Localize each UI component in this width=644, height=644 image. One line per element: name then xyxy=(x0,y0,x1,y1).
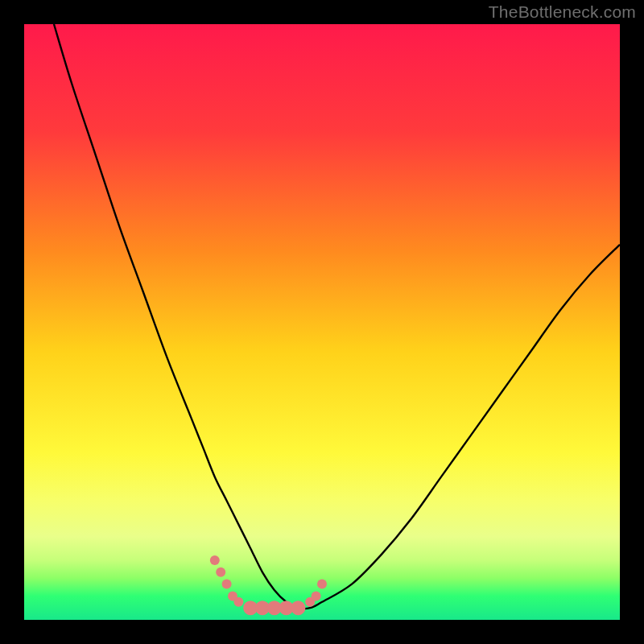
marker-right-cluster xyxy=(312,591,321,601)
chart-frame: TheBottleneck.com xyxy=(0,0,644,644)
marker-left-cluster xyxy=(210,555,220,565)
marker-right-cluster xyxy=(317,580,327,589)
bottleneck-curve xyxy=(54,24,620,609)
watermark-text: TheBottleneck.com xyxy=(489,2,636,22)
marker-left-cluster xyxy=(222,580,232,589)
marker-valley xyxy=(291,601,305,615)
marker-left-cluster xyxy=(233,597,243,607)
curve-markers xyxy=(210,555,327,615)
bottleneck-curve-svg xyxy=(24,24,620,620)
marker-left-cluster xyxy=(216,568,225,577)
